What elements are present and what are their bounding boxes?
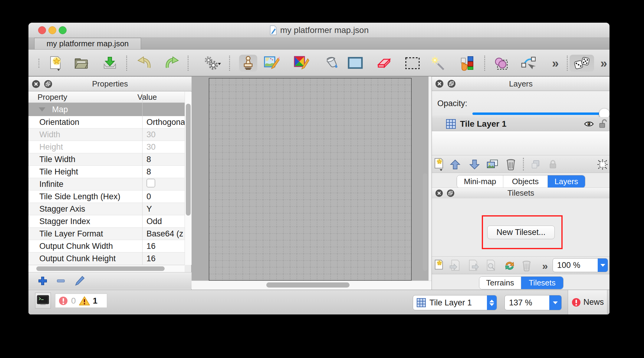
property-row[interactable]: Width30: [28, 129, 185, 141]
rectangular-select-button[interactable]: [404, 55, 421, 72]
map-group-row[interactable]: Map: [28, 103, 185, 116]
merge-layer-down-button[interactable]: [528, 157, 543, 172]
property-row[interactable]: Output Chunk Height16: [28, 252, 185, 265]
properties-column-header: Property Value: [28, 92, 185, 103]
infinite-checkbox[interactable]: [146, 179, 155, 187]
column-divider[interactable]: [142, 92, 143, 265]
canvas-vertical-scrollbar[interactable]: [423, 173, 427, 271]
execute-command-button[interactable]: [201, 55, 223, 72]
stamp-brush-button[interactable]: [239, 55, 257, 72]
tab-terrains[interactable]: Terrains: [479, 277, 521, 289]
layer-list-empty-area[interactable]: [432, 131, 610, 155]
delete-layer-button[interactable]: [504, 157, 518, 172]
import-tileset-icon: [449, 259, 461, 272]
export-tileset-button[interactable]: [467, 259, 481, 273]
random-mode-button[interactable]: [570, 55, 594, 72]
property-row[interactable]: Stagger IndexOdd: [28, 215, 185, 228]
property-row[interactable]: OrientationOrthogona: [28, 116, 185, 129]
import-tileset-button[interactable]: [448, 259, 462, 273]
eraser-button[interactable]: [375, 55, 392, 72]
property-label: Tile Layer Format: [28, 229, 142, 239]
terrain-brush-button[interactable]: [263, 55, 280, 72]
property-row[interactable]: Height30: [28, 141, 185, 153]
properties-vertical-scrollbar[interactable]: [185, 92, 192, 265]
canvas-horizontal-scrollbar[interactable]: [266, 282, 350, 288]
dropdown-segment[interactable]: [549, 295, 561, 310]
close-panel-icon[interactable]: [31, 80, 41, 89]
command-gear-icon: [203, 56, 221, 71]
news-button[interactable]: News: [568, 290, 607, 314]
property-row[interactable]: Output Chunk Width16: [28, 240, 185, 252]
chevron-down-icon: [553, 301, 558, 304]
property-row[interactable]: Tile Width8: [28, 153, 185, 166]
map-grid[interactable]: [209, 78, 412, 281]
layer-row-tile-layer-1[interactable]: Tile Layer 1: [432, 117, 610, 131]
tab-objects[interactable]: Objects: [503, 175, 547, 188]
select-same-tile-button[interactable]: [458, 55, 475, 72]
close-panel-icon[interactable]: [435, 189, 443, 197]
wang-brush-button[interactable]: [293, 55, 310, 72]
float-panel-icon[interactable]: [446, 189, 455, 197]
magic-wand-button[interactable]: [430, 55, 447, 72]
add-property-icon[interactable]: [38, 276, 48, 286]
lock-layer-button[interactable]: [546, 157, 560, 172]
raise-layer-button[interactable]: [448, 157, 462, 172]
property-label: Output Chunk Height: [28, 254, 142, 263]
edit-tileset-button[interactable]: [484, 259, 498, 273]
map-zoom-select[interactable]: 137 %: [504, 295, 562, 310]
close-window-button[interactable]: [38, 26, 46, 34]
property-row[interactable]: Tile Side Length (Hex)0: [28, 190, 185, 203]
scrollbar-thumb[interactable]: [186, 104, 191, 216]
minimize-window-button[interactable]: [48, 26, 56, 34]
dropdown-segment[interactable]: [598, 259, 608, 272]
new-tileset-toolbar-button[interactable]: [432, 259, 446, 273]
tools-overflow-button[interactable]: »: [595, 55, 610, 72]
edit-polygons-button[interactable]: [520, 55, 537, 72]
property-row[interactable]: Tile Layer FormatBase64 (z: [28, 228, 185, 240]
tileset-toolbar-overflow-button[interactable]: »: [537, 259, 552, 273]
float-panel-icon[interactable]: [447, 79, 456, 88]
duplicate-layer-button[interactable]: [485, 157, 500, 172]
delete-tileset-button[interactable]: [519, 259, 534, 273]
tileset-zoom-select[interactable]: 100 %: [553, 258, 608, 272]
document-tab[interactable]: my platformer map.json: [34, 38, 141, 49]
scrollbar-thumb[interactable]: [36, 266, 165, 271]
properties-horizontal-scrollbar[interactable]: [28, 265, 185, 272]
toolbar-drag-handle[interactable]: [38, 59, 39, 68]
console-button[interactable]: [35, 293, 51, 308]
layer-unlocked-icon[interactable]: [599, 119, 607, 129]
zoom-window-button[interactable]: [59, 26, 67, 34]
shape-fill-button[interactable]: [347, 55, 364, 72]
toolbar-overflow-button[interactable]: »: [546, 55, 563, 72]
close-panel-icon[interactable]: [435, 79, 444, 88]
redo-button[interactable]: [164, 55, 181, 72]
undo-button[interactable]: [135, 55, 152, 72]
stepper-segment[interactable]: [487, 295, 497, 310]
issues-counter[interactable]: 0 1: [55, 294, 107, 308]
tab-tilesets[interactable]: Tilesets: [521, 277, 563, 289]
tab-mini-map[interactable]: Mini-map: [457, 175, 503, 188]
map-view[interactable]: [192, 76, 432, 290]
select-objects-button[interactable]: [492, 55, 509, 72]
bucket-fill-button[interactable]: [323, 55, 340, 72]
tab-layers[interactable]: Layers: [548, 175, 585, 188]
property-row[interactable]: Tile Height8: [28, 166, 185, 178]
collapse-triangle-icon[interactable]: [39, 107, 45, 112]
warning-icon: [79, 296, 90, 306]
current-layer-select[interactable]: Tile Layer 1: [413, 295, 497, 310]
new-layer-button[interactable]: [432, 157, 446, 172]
save-file-button[interactable]: [101, 55, 118, 72]
edit-property-icon[interactable]: [74, 276, 85, 286]
lower-layer-button[interactable]: [467, 157, 482, 172]
open-file-button[interactable]: [73, 55, 90, 72]
refresh-tileset-button[interactable]: [502, 259, 517, 273]
remove-property-icon[interactable]: [56, 276, 66, 286]
property-row[interactable]: Stagger AxisY: [28, 203, 185, 215]
property-row[interactable]: Infinite: [28, 178, 185, 190]
opacity-slider[interactable]: [472, 112, 604, 115]
highlight-current-layer-button[interactable]: [595, 157, 610, 172]
new-map-button[interactable]: [47, 55, 64, 72]
new-tileset-button[interactable]: New Tileset...: [487, 226, 555, 239]
float-panel-icon[interactable]: [44, 80, 53, 89]
layer-visibility-eye-icon[interactable]: [584, 120, 594, 128]
